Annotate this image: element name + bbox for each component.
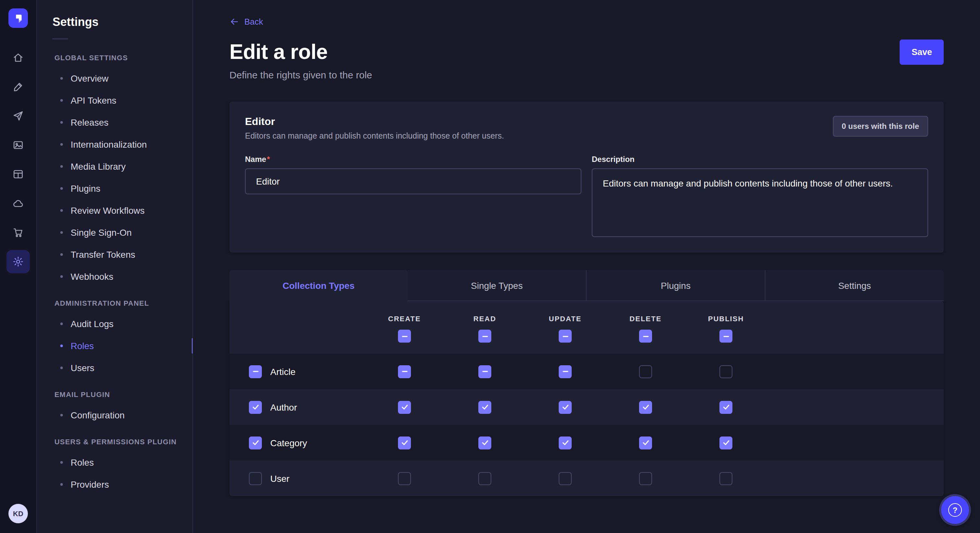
users-count-badge[interactable]: 0 users with this role xyxy=(832,116,928,136)
sidebar-section-label: EMAIL PLUGIN xyxy=(37,379,192,404)
permission-cell xyxy=(605,436,686,449)
permission-cell xyxy=(364,401,445,414)
required-asterisk: * xyxy=(267,155,270,164)
sidebar-item-media-library[interactable]: Media Library xyxy=(37,155,192,178)
sidebar-item-releases[interactable]: Releases xyxy=(37,111,192,133)
article-update-checkbox[interactable] xyxy=(559,365,572,378)
article-row-checkbox[interactable] xyxy=(249,365,262,378)
author-delete-checkbox[interactable] xyxy=(639,401,652,414)
category-row-checkbox[interactable] xyxy=(249,436,262,449)
permission-cell xyxy=(686,401,766,414)
sidebar-item-providers[interactable]: Providers xyxy=(37,473,192,495)
select-all-delete-checkbox[interactable] xyxy=(639,330,652,343)
author-read-checkbox[interactable] xyxy=(478,401,491,414)
sidebar-item-transfer-tokens[interactable]: Transfer Tokens xyxy=(37,244,192,265)
help-button[interactable]: ? xyxy=(941,496,969,524)
rail-item-settings-gear-icon[interactable] xyxy=(6,250,30,273)
author-publish-checkbox[interactable] xyxy=(719,401,732,414)
sidebar-item-webhooks[interactable]: Webhooks xyxy=(37,265,192,287)
sidebar-item-label: Overview xyxy=(71,73,108,84)
bullet-icon xyxy=(60,461,63,464)
user-read-checkbox[interactable] xyxy=(478,472,491,485)
permissions-rows: ArticleAuthorCategoryUser xyxy=(229,354,944,496)
permission-cell xyxy=(525,472,605,485)
sidebar-item-overview[interactable]: Overview xyxy=(37,67,192,89)
name-label: Name* xyxy=(245,155,270,164)
sidebar-item-roles[interactable]: Roles xyxy=(37,451,192,473)
rail-item-marketplace-cart-icon[interactable] xyxy=(6,221,30,244)
save-button[interactable]: Save xyxy=(900,40,944,65)
bullet-icon xyxy=(60,143,63,146)
article-publish-checkbox[interactable] xyxy=(719,365,732,378)
bullet-icon xyxy=(60,322,63,325)
category-read-checkbox[interactable] xyxy=(478,436,491,449)
permission-cell xyxy=(445,436,525,449)
user-row-checkbox[interactable] xyxy=(249,472,262,485)
user-publish-checkbox[interactable] xyxy=(719,472,732,485)
avatar[interactable]: KD xyxy=(8,504,28,523)
role-description-input[interactable]: Editors can manage and publish contents … xyxy=(592,168,928,237)
rail-item-media-library-icon[interactable] xyxy=(6,133,30,157)
main-content: Back Edit a role Save Define the rights … xyxy=(193,0,980,533)
article-read-checkbox[interactable] xyxy=(478,365,491,378)
permissions-header-row: CREATEREADUPDATEDELETEPUBLISH xyxy=(229,301,944,354)
sidebar-item-internationalization[interactable]: Internationalization xyxy=(37,133,192,155)
sidebar-item-label: Providers xyxy=(71,479,109,490)
sidebar-item-audit-logs[interactable]: Audit Logs xyxy=(37,313,192,335)
bullet-icon xyxy=(60,187,63,190)
sidebar-sections: GLOBAL SETTINGSOverviewAPI TokensRelease… xyxy=(37,42,192,495)
rail-item-cloud-icon[interactable] xyxy=(6,192,30,215)
select-all-update-checkbox[interactable] xyxy=(559,330,572,343)
page-subtitle: Define the rights given to the role xyxy=(229,69,944,80)
select-all-publish-checkbox[interactable] xyxy=(719,330,732,343)
paper-plane-icon xyxy=(12,110,24,122)
author-row-checkbox[interactable] xyxy=(249,401,262,414)
rail-item-brush-icon[interactable] xyxy=(6,75,30,98)
category-publish-checkbox[interactable] xyxy=(719,436,732,449)
sidebar-item-plugins[interactable]: Plugins xyxy=(37,178,192,200)
strapi-logo[interactable] xyxy=(8,8,28,28)
sidebar-item-review-workflows[interactable]: Review Workflows xyxy=(37,200,192,222)
sidebar-item-configuration[interactable]: Configuration xyxy=(37,404,192,426)
role-name-heading: Editor xyxy=(245,116,504,128)
sidebar-item-label: Audit Logs xyxy=(71,319,113,329)
bullet-icon xyxy=(60,209,63,212)
article-create-checkbox[interactable] xyxy=(398,365,411,378)
sidebar-item-roles[interactable]: Roles xyxy=(37,335,192,357)
column-label: DELETE xyxy=(630,315,662,322)
tab-settings[interactable]: Settings xyxy=(765,270,944,301)
rail-item-paper-plane-icon[interactable] xyxy=(6,104,30,128)
tab-plugins[interactable]: Plugins xyxy=(587,270,765,301)
role-form: Name* Description Editors can manage and… xyxy=(245,153,928,237)
role-summary-text: Editors can manage and publish contents … xyxy=(245,132,504,141)
permission-cell xyxy=(525,436,605,449)
select-all-read-checkbox[interactable] xyxy=(478,330,491,343)
article-delete-checkbox[interactable] xyxy=(639,365,652,378)
rail-item-content-manager-icon[interactable] xyxy=(6,163,30,186)
category-update-checkbox[interactable] xyxy=(559,436,572,449)
rail-item-home-icon[interactable] xyxy=(6,46,30,69)
sidebar-item-single-sign-on[interactable]: Single Sign-On xyxy=(37,222,192,244)
role-name-input[interactable] xyxy=(245,168,581,194)
select-all-create-checkbox[interactable] xyxy=(398,330,411,343)
role-details-card: Editor Editors can manage and publish co… xyxy=(229,102,944,252)
user-delete-checkbox[interactable] xyxy=(639,472,652,485)
permissions-table: CREATEREADUPDATEDELETEPUBLISH ArticleAut… xyxy=(229,301,944,496)
user-create-checkbox[interactable] xyxy=(398,472,411,485)
page-header: Edit a role Save xyxy=(229,40,944,65)
row-label-cell: Article xyxy=(229,365,364,378)
permission-cell xyxy=(686,436,766,449)
author-create-checkbox[interactable] xyxy=(398,401,411,414)
column-header-update: UPDATE xyxy=(525,315,605,343)
user-update-checkbox[interactable] xyxy=(559,472,572,485)
sidebar-item-api-tokens[interactable]: API Tokens xyxy=(37,89,192,111)
tab-single-types[interactable]: Single Types xyxy=(408,270,587,301)
tab-collection-types[interactable]: Collection Types xyxy=(229,270,408,301)
marketplace-cart-icon xyxy=(12,227,24,238)
author-update-checkbox[interactable] xyxy=(559,401,572,414)
sidebar-item-users[interactable]: Users xyxy=(37,357,192,379)
category-create-checkbox[interactable] xyxy=(398,436,411,449)
category-delete-checkbox[interactable] xyxy=(639,436,652,449)
sidebar-item-label: Transfer Tokens xyxy=(71,249,135,260)
back-link[interactable]: Back xyxy=(229,17,263,27)
